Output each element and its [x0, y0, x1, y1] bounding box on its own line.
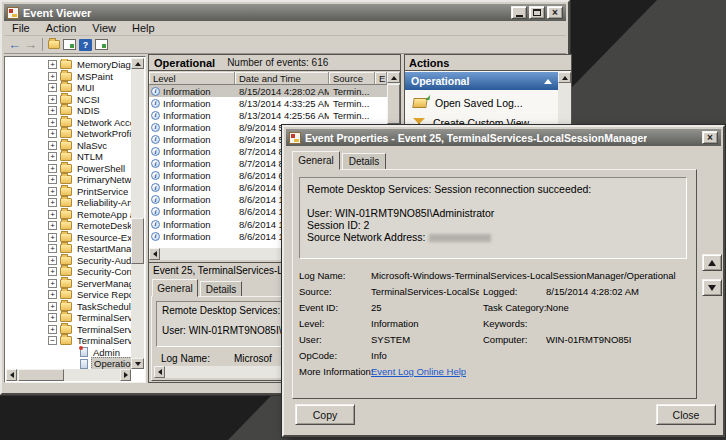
tree-item-ndis[interactable]: +NDIS [6, 105, 131, 117]
tree-item-ntlm[interactable]: +NTLM [6, 151, 131, 163]
scroll-down-button[interactable] [131, 358, 144, 369]
tree-item-terminalservices[interactable]: +TerminalServices [6, 312, 131, 324]
scrollbar-thumb[interactable] [387, 84, 400, 124]
dialog-close-button[interactable]: × [702, 131, 718, 144]
expand-toggle-icon[interactable]: + [48, 72, 57, 81]
dialog-tab-general[interactable]: General [292, 151, 340, 170]
expand-toggle-icon[interactable]: + [48, 141, 57, 150]
tree-item-restartmanager[interactable]: +RestartManager [6, 243, 131, 255]
tree-item-memorydiagnost[interactable]: +MemoryDiagnost [6, 59, 131, 71]
expand-toggle-icon[interactable]: + [48, 256, 57, 265]
tree-item-network-access[interactable]: +Network Access [6, 117, 131, 129]
expand-toggle-icon[interactable]: + [48, 244, 57, 253]
tree-item-networkprofile[interactable]: +NetworkProfile [6, 128, 131, 140]
minimize-button[interactable] [511, 6, 527, 19]
expand-toggle-icon[interactable]: + [48, 221, 57, 230]
tree-vertical-scrollbar[interactable] [131, 58, 144, 369]
expand-toggle-icon[interactable]: + [48, 210, 57, 219]
action-open-saved-log[interactable]: Open Saved Log... [405, 93, 558, 113]
expand-toggle-icon[interactable]: + [48, 83, 57, 92]
scroll-right-button[interactable] [120, 369, 131, 381]
expand-toggle-icon[interactable]: + [48, 95, 57, 104]
column-date-time[interactable]: Date and Time [235, 72, 329, 85]
tree-item-security-audit-c[interactable]: +Security-Audit-C [6, 255, 131, 267]
preview-tab-general[interactable]: General [152, 279, 198, 297]
event-log-online-help-link[interactable]: Event Log Online Help [371, 366, 466, 377]
forward-icon[interactable]: → [24, 38, 37, 51]
help-icon[interactable]: ? [79, 39, 92, 51]
scroll-up-button[interactable] [131, 58, 144, 69]
folder-icon [60, 141, 72, 150]
tree-item-resource-exhau[interactable]: +Resource-Exhau [6, 232, 131, 244]
scroll-left-button[interactable] [154, 366, 165, 378]
close-button[interactable]: Close [656, 404, 716, 425]
scroll-up-button[interactable] [387, 72, 400, 83]
tree-item-taskscheduler[interactable]: +TaskScheduler [6, 301, 131, 313]
expand-toggle-icon[interactable]: + [48, 175, 57, 184]
scroll-left-button[interactable] [149, 248, 160, 260]
column-level[interactable]: Level [149, 72, 235, 85]
maximize-button[interactable] [529, 6, 545, 19]
tree-item-mui[interactable]: +MUI [6, 82, 131, 94]
tree-item-nlasvc[interactable]: +NlaSvc [6, 140, 131, 152]
tree-horizontal-scrollbar[interactable] [6, 369, 131, 381]
tree-item-service-reportin[interactable]: +Service Reportin [6, 289, 131, 301]
tree-item-servermanager[interactable]: +ServerManager [6, 278, 131, 290]
expand-toggle-icon[interactable]: + [48, 129, 57, 138]
expand-toggle-icon[interactable]: + [48, 152, 57, 161]
preview-tab-details[interactable]: Details [200, 281, 242, 297]
column-event-id[interactable]: E [375, 72, 387, 85]
back-icon[interactable]: ← [8, 38, 21, 51]
expand-toggle-icon[interactable]: + [48, 60, 57, 69]
menu-help[interactable]: Help [124, 21, 163, 35]
expand-toggle-icon[interactable]: + [48, 187, 57, 196]
expand-toggle-icon[interactable]: + [48, 313, 57, 322]
previous-event-button[interactable] [702, 254, 722, 271]
window-titlebar[interactable]: Event Viewer × [4, 4, 566, 21]
tree-item-security-configu[interactable]: +Security-Configu [6, 266, 131, 278]
dialog-titlebar[interactable]: Event Properties - Event 25, TerminalSer… [286, 129, 721, 146]
copy-button[interactable]: Copy [295, 404, 355, 425]
expand-toggle-icon[interactable]: − [48, 336, 57, 345]
expand-toggle-icon[interactable]: + [48, 325, 57, 334]
event-row[interactable]: Information8/13/2014 4:25:56 AMTermin... [149, 109, 387, 121]
console-panel-icon[interactable] [63, 39, 76, 50]
tree-item-terminalservices[interactable]: −TerminalServices [6, 335, 131, 347]
tree-item-mspaint[interactable]: +MSPaint [6, 71, 131, 83]
tree-item-powershell[interactable]: +PowerShell [6, 163, 131, 175]
tree-item-operational[interactable]: Operational [6, 358, 131, 369]
tree-item-ncsi[interactable]: +NCSI [6, 94, 131, 106]
scroll-up-button[interactable] [558, 72, 571, 83]
tree-item-printservice[interactable]: +PrintService [6, 186, 131, 198]
expand-toggle-icon[interactable]: + [48, 118, 57, 127]
expand-toggle-icon[interactable]: + [48, 233, 57, 242]
collapse-icon[interactable] [544, 79, 552, 84]
dialog-tab-details[interactable]: Details [342, 153, 386, 170]
export-log-icon[interactable] [48, 40, 60, 49]
expand-toggle-icon[interactable]: + [48, 267, 57, 276]
event-row[interactable]: Information8/15/2014 4:28:02 AMTermin... [149, 85, 387, 97]
tree-item-primarynetwork[interactable]: +PrimaryNetwork [6, 174, 131, 186]
menu-view[interactable]: View [84, 21, 124, 35]
expand-toggle-icon[interactable]: + [48, 290, 57, 299]
tree-item-remotedesktop[interactable]: +RemoteDesktop [6, 220, 131, 232]
expand-toggle-icon[interactable]: + [48, 198, 57, 207]
actions-section-header[interactable]: Operational [405, 72, 558, 90]
show-hide-pane-icon[interactable] [95, 39, 108, 50]
tree-item-remoteapp-and[interactable]: +RemoteApp and [6, 209, 131, 221]
scrollbar-thumb[interactable] [18, 369, 64, 381]
scrollbar-thumb[interactable] [131, 218, 144, 264]
tree-item-terminalservices[interactable]: +TerminalServices [6, 324, 131, 336]
expand-toggle-icon[interactable]: + [48, 164, 57, 173]
tree-item-reliability-analys[interactable]: +Reliability-Analys [6, 197, 131, 209]
column-source[interactable]: Source [329, 72, 375, 85]
expand-toggle-icon[interactable]: + [48, 302, 57, 311]
expand-toggle-icon[interactable]: + [48, 279, 57, 288]
next-event-button[interactable] [702, 279, 722, 296]
scroll-left-button[interactable] [6, 369, 17, 381]
event-row[interactable]: Information8/13/2014 4:33:25 AMTermin... [149, 97, 387, 109]
expand-toggle-icon[interactable]: + [48, 106, 57, 115]
menu-file[interactable]: File [4, 21, 38, 35]
close-button[interactable]: × [547, 6, 563, 19]
menu-action[interactable]: Action [38, 21, 85, 35]
